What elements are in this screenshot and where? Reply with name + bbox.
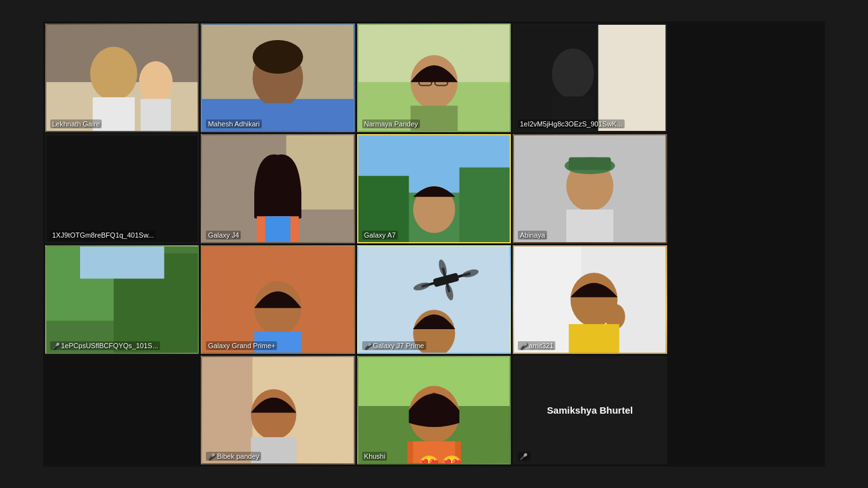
mute-icon: 🎤 [520, 453, 527, 460]
participant-cell[interactable]: 🎤Bibek pandey [201, 356, 355, 464]
participant-cell[interactable]: 1eI2vM5jHg8c3OEzS_901SwK... [513, 24, 667, 132]
participant-cell[interactable]: 🎤1ePCpsUSflBCFQYQs_101S... [45, 245, 199, 354]
participant-cell[interactable]: 🎤Galaxy J7 Prime [357, 245, 511, 354]
participant-cell[interactable]: Samikshya Bhurtel 🎤 [513, 356, 667, 464]
participant-video [202, 25, 353, 131]
participant-video [514, 135, 665, 241]
svg-rect-27 [266, 217, 291, 242]
mute-icon: 🎤 [52, 342, 60, 349]
participant-name: Narmaya Pandey [362, 119, 420, 128]
svg-point-2 [90, 47, 137, 101]
empty-cell [669, 356, 823, 464]
participant-video [358, 135, 510, 241]
participant-video [46, 247, 198, 353]
participant-video [46, 135, 198, 241]
mute-icon: 🎤 [364, 342, 372, 349]
participant-name: 1XJ9tOTGm8reBFQ1q_401Sw... [50, 231, 156, 240]
participant-cell[interactable]: Galaxy A7 [357, 134, 511, 243]
participant-video [46, 25, 198, 131]
participant-name: 1eI2vM5jHg8c3OEzS_901SwK... [518, 119, 624, 128]
participant-name: Galaxy A7 [362, 231, 398, 240]
participant-cell[interactable]: Narmaya Pandey [357, 24, 511, 132]
participant-name: Galaxy Grand Prime+ [206, 341, 277, 350]
empty-cell [669, 24, 823, 132]
empty-cell [45, 356, 199, 464]
participant-video: Samikshya Bhurtel [514, 357, 665, 463]
mute-icon: 🎤 [208, 453, 215, 460]
name-card-text: Samikshya Bhurtel [547, 405, 633, 416]
participant-cell[interactable]: Abinaya [513, 134, 667, 243]
svg-rect-31 [459, 168, 510, 242]
empty-cell [669, 134, 823, 243]
participant-video [202, 135, 353, 241]
svg-rect-41 [80, 247, 164, 279]
participant-name: Mahesh Adhikari [206, 119, 261, 128]
participant-cell[interactable]: Galaxy Grand Prime+ [201, 245, 355, 354]
svg-point-3 [139, 61, 173, 103]
participant-name: 🎤Galaxy J7 Prime [362, 341, 426, 350]
participant-cell[interactable]: 1XJ9tOTGm8reBFQ1q_401Sw... [45, 134, 199, 243]
participant-name: Lekhnath Gaire [50, 119, 102, 128]
svg-rect-22 [46, 135, 198, 241]
svg-rect-37 [566, 210, 613, 242]
svg-rect-19 [599, 25, 666, 131]
svg-point-62 [251, 389, 297, 439]
svg-rect-5 [140, 99, 171, 132]
participant-name: 🎤amit321 [518, 341, 555, 350]
svg-rect-60 [202, 357, 252, 463]
participant-video: 😍😍 [358, 357, 510, 463]
participant-video [358, 25, 510, 131]
participant-cell[interactable]: Galaxy J4 [201, 134, 355, 243]
participant-cell[interactable]: 🎤amit321 [513, 245, 667, 354]
svg-rect-36 [569, 158, 611, 170]
participant-name: Abinaya [518, 231, 547, 240]
participant-name: Galaxy J4 [206, 231, 241, 240]
participant-video [358, 247, 510, 353]
participant-cell[interactable]: 😍😍 Khushi [357, 356, 511, 464]
svg-text:😍😍: 😍😍 [417, 454, 464, 463]
participant-name: Khushi [362, 452, 388, 461]
svg-point-20 [552, 48, 594, 98]
participant-name: 🎤 [518, 452, 531, 461]
participant-name: 🎤1ePCpsUSflBCFQYQs_101S... [50, 341, 160, 350]
participant-cell[interactable]: Mahesh Adhikari [201, 24, 355, 132]
svg-rect-58 [569, 324, 619, 353]
participant-video [202, 357, 353, 463]
participant-video [514, 25, 665, 131]
empty-cell [669, 245, 823, 354]
svg-point-9 [253, 40, 303, 74]
participant-video [514, 247, 665, 353]
participant-video [202, 247, 353, 353]
mute-icon: 🎤 [520, 342, 527, 349]
video-grid: Lekhnath Gaire Mahesh Adhikari [43, 22, 825, 466]
participant-cell[interactable]: Lekhnath Gaire [45, 24, 199, 132]
participant-name: 🎤Bibek pandey [206, 452, 261, 461]
